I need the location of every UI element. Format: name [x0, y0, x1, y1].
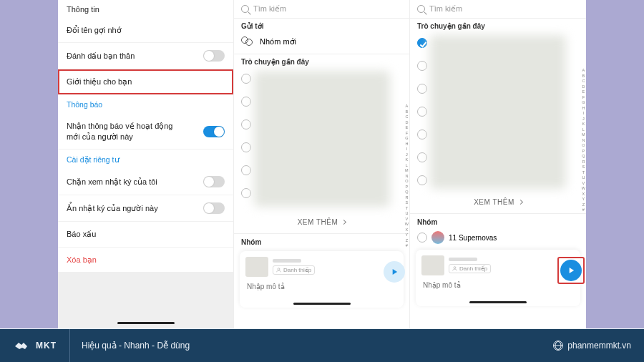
alpha-index-3[interactable]: ABCDEFGHIJKLMNOPQRSTUVWXYZ#: [582, 68, 585, 213]
settings-title: Thông tin: [58, 0, 233, 18]
person-icon: [452, 266, 457, 271]
row-notify-activity[interactable]: Nhận thông báo về hoạt động mới của ngườ…: [58, 114, 233, 150]
chat-checkbox-checked[interactable]: [417, 38, 427, 48]
group-section-label-3: Nhóm: [410, 213, 586, 228]
recent-chats-label-2: Trò chuyện gần đây: [234, 54, 409, 68]
row-introduce[interactable]: Giới thiệu cho bạn: [58, 69, 233, 94]
card-title-redacted: [449, 258, 477, 261]
alpha-index-2[interactable]: ABCDEFGHIJKLMNOPQRSTUVWXYZ#: [405, 104, 409, 249]
row-hide-diary[interactable]: Ẩn nhật ký của người này: [58, 195, 233, 222]
empty-space: [58, 272, 233, 328]
rename-label: Đổi tên gợi nhớ: [67, 25, 122, 35]
send-button-2[interactable]: [384, 261, 405, 283]
chat-checkbox[interactable]: [241, 97, 251, 107]
person-icon: [276, 268, 281, 273]
group-checkbox[interactable]: [417, 233, 427, 243]
new-group-row[interactable]: Nhóm mới: [234, 32, 409, 54]
see-more-2[interactable]: XEM THÊM: [234, 211, 409, 233]
chevron-right-icon: [341, 220, 346, 225]
search-placeholder-2: Tìm kiếm: [253, 4, 286, 14]
chat-checkbox[interactable]: [241, 142, 251, 152]
group-icon: [241, 36, 254, 47]
settings-panel: Thông tin Đổi tên gợi nhớ Đánh dấu bạn t…: [58, 0, 234, 328]
highlight-box: [557, 257, 585, 284]
svg-point-0: [278, 268, 280, 270]
notify-activity-label: Nhận thông báo về hoạt động mới của ngườ…: [67, 121, 188, 142]
blurred-content: [254, 71, 390, 207]
svg-point-1: [454, 267, 456, 269]
row-bestfriend[interactable]: Đánh dấu bạn thân: [58, 43, 233, 69]
share-panel-selected: Tìm kiếm Trò chuyện gần đây ABCDEFGHIJKL…: [410, 0, 586, 328]
row-block-diary[interactable]: Chặn xem nhật ký của tôi: [58, 169, 233, 195]
new-group-label: Nhóm mới: [260, 37, 296, 47]
remove-label: Xóa bạn: [67, 255, 97, 265]
group-avatar: [431, 231, 444, 244]
card-title-redacted: [273, 259, 301, 263]
chat-checkbox[interactable]: [417, 175, 427, 185]
section-notification: Thông báo: [58, 94, 233, 114]
description-input-3[interactable]: [421, 275, 575, 289]
play-icon: [389, 267, 399, 277]
globe-icon: [553, 341, 563, 351]
send-to-label: Gửi tới: [234, 19, 409, 32]
description-input-2[interactable]: [245, 277, 398, 290]
section-privacy: Cài đặt riêng tư: [58, 150, 233, 170]
banner-site: phanmemmkt.vn: [553, 341, 644, 351]
share-card-2: Danh thiếp: [240, 251, 404, 308]
search-bar-3[interactable]: Tìm kiếm: [410, 0, 586, 19]
blurred-content: [430, 35, 566, 189]
handshake-icon: [13, 338, 33, 353]
share-card-3: Danh thiếp: [416, 250, 580, 306]
chat-checkbox[interactable]: [417, 84, 427, 94]
bestfriend-label: Đánh dấu bạn thân: [67, 51, 135, 61]
chat-checkbox[interactable]: [417, 152, 427, 162]
home-indicator: [293, 303, 351, 305]
chevron-right-icon: [518, 200, 523, 205]
share-panel: Tìm kiếm Gửi tới Nhóm mới Trò chuyện gần…: [234, 0, 410, 328]
search-bar-2[interactable]: Tìm kiếm: [234, 0, 409, 19]
block-diary-toggle[interactable]: [203, 176, 225, 187]
group-section-label-2: Nhóm: [234, 233, 409, 248]
hide-diary-label: Ẩn nhật ký của người này: [67, 203, 158, 213]
home-indicator: [469, 301, 527, 303]
card-thumbnail: [421, 255, 444, 275]
row-rename[interactable]: Đổi tên gợi nhớ: [58, 18, 233, 43]
hide-diary-toggle[interactable]: [203, 202, 225, 214]
card-type-chip: Danh thiếp: [273, 265, 315, 275]
home-indicator: [117, 322, 175, 324]
card-type-chip: Danh thiếp: [449, 264, 491, 273]
chat-checkbox[interactable]: [241, 119, 251, 129]
see-more-3[interactable]: XEM THÊM: [410, 191, 586, 213]
footer-banner: MKT Hiệu quả - Nhanh - Dễ dùng phanmemmk…: [0, 328, 644, 362]
search-icon: [417, 5, 425, 13]
card-thumbnail: [245, 257, 268, 277]
chat-checkbox[interactable]: [417, 129, 427, 140]
search-icon: [241, 5, 249, 13]
notify-activity-toggle[interactable]: [203, 126, 225, 137]
introduce-label: Giới thiệu cho bạn: [67, 77, 132, 87]
group-name: 11 Supernovas: [449, 234, 497, 242]
block-diary-label: Chặn xem nhật ký của tôi: [67, 177, 157, 187]
bestfriend-toggle[interactable]: [203, 50, 225, 62]
chat-checkbox[interactable]: [241, 165, 251, 175]
brand-text: MKT: [36, 341, 57, 351]
row-remove-friend[interactable]: Xóa bạn: [58, 248, 233, 272]
chat-checkbox[interactable]: [417, 61, 427, 71]
site-url: phanmemmkt.vn: [567, 341, 631, 351]
brand-logo: MKT: [0, 329, 69, 362]
chat-checkbox[interactable]: [417, 107, 427, 117]
search-placeholder-3: Tìm kiếm: [429, 4, 462, 14]
report-label: Báo xấu: [67, 229, 96, 239]
banner-slogan: Hiệu quả - Nhanh - Dễ dùng: [70, 341, 553, 351]
recent-chats-label-3: Trò chuyện gần đây: [410, 19, 586, 32]
chat-checkbox[interactable]: [241, 74, 251, 84]
group-row[interactable]: 11 Supernovas: [410, 228, 586, 247]
row-report[interactable]: Báo xấu: [58, 222, 233, 247]
chat-checkbox[interactable]: [241, 188, 251, 198]
